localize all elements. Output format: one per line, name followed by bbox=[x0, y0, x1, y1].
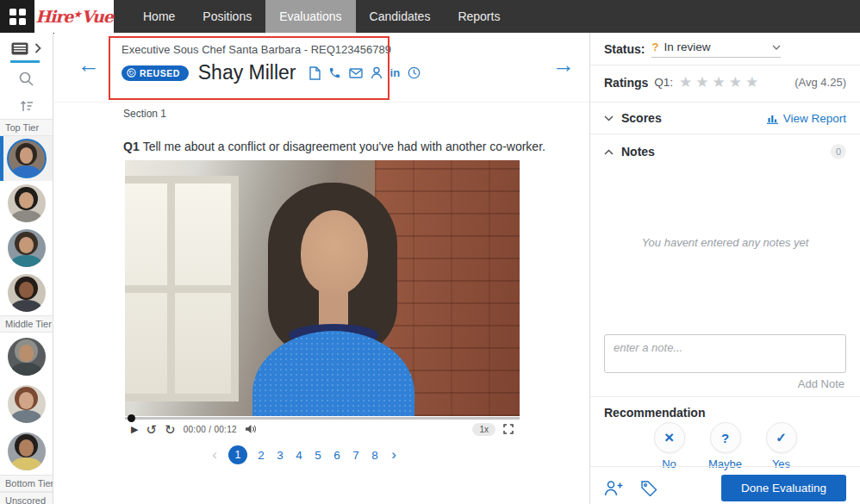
view-report-link[interactable]: View Report bbox=[766, 112, 846, 125]
top-nav: Hire★Vue Home Positions Evaluations Cand… bbox=[0, 0, 860, 34]
forward-icon[interactable]: ↻ bbox=[165, 423, 176, 436]
profile-person-icon[interactable] bbox=[371, 66, 383, 79]
reused-cycle-icon bbox=[127, 68, 136, 78]
apps-grid-icon bbox=[9, 9, 26, 25]
video-timestamp: 00:00 / 00:12 bbox=[184, 425, 237, 434]
notes-title: Notes bbox=[621, 145, 655, 159]
card-view-icon[interactable] bbox=[11, 42, 28, 55]
pagination-prev[interactable]: ‹ bbox=[209, 446, 220, 464]
pagination-next[interactable]: › bbox=[389, 446, 399, 464]
pagination-page-6[interactable]: 6 bbox=[332, 449, 342, 462]
fullscreen-icon[interactable] bbox=[503, 424, 514, 434]
pagination-page-5[interactable]: 5 bbox=[313, 449, 323, 462]
progress-handle[interactable] bbox=[128, 414, 135, 422]
done-evaluating-button[interactable]: Done Evaluating bbox=[721, 475, 846, 501]
reused-badge: REUSED bbox=[122, 65, 189, 81]
status-dropdown[interactable]: ? In review bbox=[651, 40, 781, 58]
candidate-name: Shay Miller bbox=[198, 61, 296, 84]
sidebar-view-tabs bbox=[0, 33, 53, 64]
nav-item-reports[interactable]: Reports bbox=[444, 0, 514, 33]
recommend-yes-button[interactable]: ✓ Yes bbox=[760, 422, 803, 470]
question-number: Q1 bbox=[123, 140, 140, 153]
candidate-thumb[interactable] bbox=[0, 380, 53, 427]
recommend-maybe-button[interactable]: ? Maybe bbox=[704, 422, 747, 470]
selected-indicator bbox=[0, 136, 3, 181]
search-icon bbox=[18, 71, 34, 87]
phone-icon[interactable] bbox=[328, 66, 341, 79]
question-text: Q1Tell me about a conflict or disagreeme… bbox=[123, 140, 545, 153]
candidate-thumb-selected[interactable] bbox=[0, 136, 53, 181]
rewind-icon[interactable]: ↺ bbox=[146, 423, 157, 436]
chevron-down-icon bbox=[604, 115, 614, 121]
pagination-page-4[interactable]: 4 bbox=[294, 449, 304, 462]
notes-count-badge: 0 bbox=[831, 144, 846, 159]
question-pagination: ‹ 1 2 3 4 5 6 7 8 › bbox=[106, 445, 502, 464]
person-add-icon bbox=[604, 480, 625, 496]
avatar bbox=[7, 139, 47, 178]
pagination-page-7[interactable]: 7 bbox=[351, 449, 361, 462]
tag-candidate-button[interactable] bbox=[640, 480, 658, 496]
pagination-page-8[interactable]: 8 bbox=[370, 449, 380, 462]
avatar bbox=[8, 432, 46, 470]
tier-label-top: Top Tier bbox=[0, 119, 53, 136]
volume-icon[interactable] bbox=[245, 424, 257, 434]
star-icon: ★ bbox=[745, 74, 762, 90]
nav-item-home[interactable]: Home bbox=[129, 0, 189, 33]
sort-candidates-button[interactable] bbox=[0, 93, 53, 119]
ratings-average: (Avg 4.25) bbox=[795, 76, 846, 89]
add-note-button[interactable]: Add Note bbox=[798, 377, 844, 390]
pagination-page-3[interactable]: 3 bbox=[275, 449, 285, 462]
divider bbox=[590, 466, 860, 467]
share-candidate-button[interactable] bbox=[604, 480, 625, 496]
note-input[interactable] bbox=[604, 334, 846, 373]
video-window-background bbox=[125, 176, 239, 401]
search-candidates-button[interactable] bbox=[0, 64, 53, 93]
resume-document-icon[interactable] bbox=[309, 66, 321, 80]
candidate-sidebar: Top Tier Middle Tier Bottom Tier Unscore… bbox=[0, 33, 53, 504]
divider bbox=[590, 396, 860, 397]
candidate-thumb[interactable] bbox=[0, 427, 53, 475]
bar-chart-icon bbox=[766, 113, 779, 124]
candidate-thumb[interactable] bbox=[0, 181, 53, 226]
check-icon: ✓ bbox=[776, 430, 787, 445]
expand-sidebar-chevron-icon[interactable] bbox=[34, 43, 41, 53]
tier-label-unscored: Unscored bbox=[0, 492, 53, 504]
next-candidate-arrow[interactable]: → bbox=[552, 53, 575, 76]
nav-item-candidates[interactable]: Candidates bbox=[356, 0, 445, 33]
video-progress-bar[interactable] bbox=[125, 417, 520, 420]
video-player-controls: ▶ ↺ ↻ 00:00 / 00:12 1x bbox=[125, 416, 520, 439]
chevron-up-icon bbox=[604, 149, 614, 155]
avatar bbox=[8, 229, 46, 267]
playback-speed-button[interactable]: 1x bbox=[472, 423, 495, 436]
contact-icons: in bbox=[309, 66, 421, 80]
interview-video[interactable] bbox=[125, 160, 520, 416]
tag-icon bbox=[640, 480, 658, 496]
app-launcher-button[interactable] bbox=[0, 0, 34, 33]
notes-section-header[interactable]: Notes 0 bbox=[604, 144, 846, 159]
candidate-thumb[interactable] bbox=[0, 226, 53, 271]
star-icon: ★ bbox=[729, 74, 745, 90]
scores-title: Scores bbox=[621, 111, 662, 125]
pagination-page-1[interactable]: 1 bbox=[228, 445, 247, 464]
email-icon[interactable] bbox=[349, 68, 363, 78]
pagination-page-2[interactable]: 2 bbox=[256, 449, 266, 462]
evaluation-panel: Status: ? In review Ratings Q1: ★★★★★ (A… bbox=[589, 33, 860, 504]
nav-item-positions[interactable]: Positions bbox=[189, 0, 265, 33]
candidate-thumb[interactable] bbox=[0, 271, 53, 315]
status-value: In review bbox=[664, 40, 710, 53]
logo-star-icon: ★ bbox=[73, 9, 80, 19]
avatar bbox=[8, 385, 46, 423]
scores-section-header[interactable]: Scores View Report bbox=[604, 111, 846, 125]
candidate-header: REUSED Shay Miller in bbox=[122, 61, 421, 84]
previous-candidate-arrow[interactable]: ← bbox=[78, 53, 100, 76]
recommend-no-button[interactable]: × No bbox=[648, 422, 691, 470]
candidate-thumb[interactable] bbox=[0, 333, 53, 380]
status-help-icon: ? bbox=[651, 40, 658, 53]
linkedin-icon[interactable]: in bbox=[390, 67, 401, 78]
divider bbox=[590, 102, 860, 103]
star-rating-input[interactable]: ★★★★★ bbox=[679, 75, 762, 90]
hirevue-logo[interactable]: Hire★Vue bbox=[34, 0, 114, 33]
nav-item-evaluations[interactable]: Evaluations bbox=[265, 0, 355, 33]
history-clock-icon[interactable] bbox=[408, 66, 421, 79]
play-button[interactable]: ▶ bbox=[131, 425, 138, 434]
